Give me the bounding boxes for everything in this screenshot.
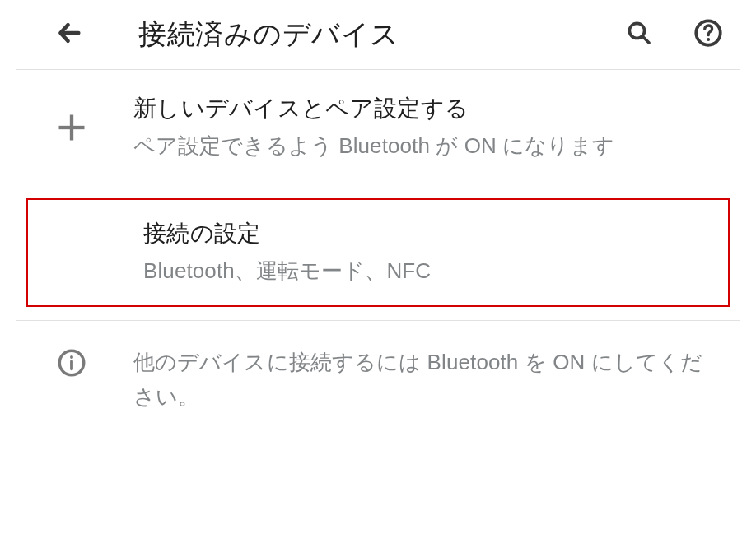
connection-preferences-title: 接続の設定 bbox=[143, 218, 697, 249]
svg-point-2 bbox=[707, 38, 710, 41]
plus-icon bbox=[10, 111, 133, 144]
help-button[interactable] bbox=[690, 16, 726, 53]
bluetooth-info-text: 他のデバイスに接続するには Bluetooth を ON にしてください。 bbox=[133, 344, 740, 414]
info-icon bbox=[10, 344, 133, 378]
pair-new-device-body: 新しいデバイスとペア設定する ペア設定できるよう Bluetooth が ON … bbox=[133, 93, 740, 162]
pair-new-device-row[interactable]: 新しいデバイスとペア設定する ペア設定できるよう Bluetooth が ON … bbox=[10, 70, 746, 185]
connection-preferences-subtitle: Bluetooth、運転モード、NFC bbox=[143, 254, 697, 287]
search-icon bbox=[625, 19, 653, 50]
back-button[interactable] bbox=[51, 16, 87, 53]
header-actions bbox=[621, 16, 740, 53]
page-title: 接続済みのデバイス bbox=[138, 16, 621, 53]
connection-preferences-body: 接続の設定 Bluetooth、運転モード、NFC bbox=[143, 218, 721, 287]
pair-new-device-title: 新しいデバイスとペア設定する bbox=[133, 93, 715, 124]
pair-new-device-subtitle: ペア設定できるよう Bluetooth が ON になります bbox=[133, 129, 715, 162]
search-button[interactable] bbox=[621, 16, 657, 53]
connection-preferences-row[interactable]: 接続の設定 Bluetooth、運転モード、NFC bbox=[26, 198, 730, 307]
svg-point-4 bbox=[70, 355, 73, 359]
connection-preferences-icon-slot bbox=[28, 218, 143, 287]
arrow-left-icon bbox=[55, 19, 83, 50]
app-bar: 接続済みのデバイス bbox=[10, 0, 746, 69]
help-icon bbox=[693, 17, 724, 52]
bluetooth-info-row: 他のデバイスに接続するには Bluetooth を ON にしてください。 bbox=[10, 321, 746, 437]
